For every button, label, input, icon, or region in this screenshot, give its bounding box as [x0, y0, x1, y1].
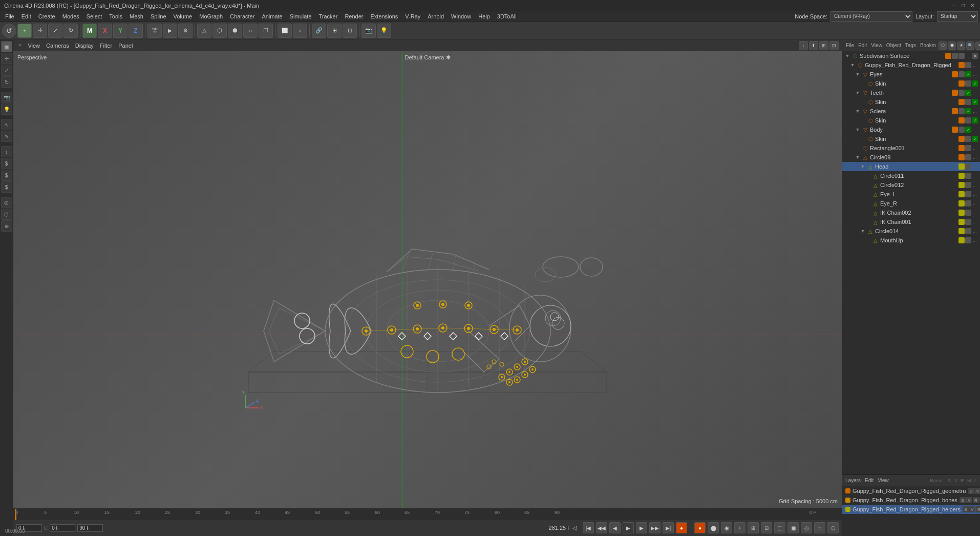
point-mode[interactable]: △: [197, 24, 211, 38]
layer-r[interactable]: R: [973, 497, 979, 503]
playback-mode6[interactable]: ⊡: [761, 522, 772, 533]
grid-snap[interactable]: ⊞: [327, 24, 342, 38]
menu-file[interactable]: File: [2, 12, 17, 20]
live-selection-button[interactable]: +: [17, 24, 32, 38]
viewport-icon4[interactable]: ⊡: [829, 41, 839, 50]
prev-keyframe-button[interactable]: ◀◀: [596, 522, 607, 533]
menu-arnold[interactable]: Arnold: [424, 12, 447, 20]
menu-create[interactable]: Create: [35, 12, 58, 20]
menu-tools[interactable]: Tools: [106, 12, 125, 20]
camera-tool[interactable]: 📷: [1, 92, 12, 103]
viewport-icon2[interactable]: ⬆: [809, 41, 818, 50]
om-view[interactable]: View: [869, 42, 884, 49]
tree-item-skin3[interactable]: ⬡ Skin ✓: [842, 116, 980, 125]
yaxis-btn[interactable]: Y: [113, 24, 127, 38]
light-btn[interactable]: 💡: [377, 24, 391, 38]
extra-tool1[interactable]: ◎: [1, 197, 12, 208]
tree-item-skin4[interactable]: ⬡ Skin ✓: [842, 134, 980, 143]
extra-tool2[interactable]: ⬡: [1, 209, 12, 220]
tree-item-sclera[interactable]: ▼ ▽ Sclera ✓ …: [842, 107, 980, 116]
viewport-icon1[interactable]: ↕: [799, 41, 808, 50]
go-start-button[interactable]: |◀: [583, 522, 594, 533]
render-view-button[interactable]: 🎬: [147, 24, 162, 38]
playback-mode9[interactable]: ◎: [801, 522, 812, 533]
menu-tracker[interactable]: Tracker: [316, 12, 341, 20]
object-mode[interactable]: ○: [243, 24, 258, 38]
viewport-cameras-menu[interactable]: Cameras: [44, 42, 71, 49]
viewport[interactable]: Perspective Default Camera ✱ Grid Spacin…: [13, 51, 842, 508]
maximize-button[interactable]: □: [960, 2, 967, 9]
layers-view-btn[interactable]: View: [878, 478, 889, 483]
menu-modes[interactable]: Modes: [59, 12, 82, 20]
menu-select[interactable]: Select: [83, 12, 105, 20]
menu-spline[interactable]: Spline: [147, 12, 169, 20]
playback-mode11[interactable]: ⬡: [827, 522, 839, 533]
tree-item-subdivision[interactable]: ▼ ⬡ Subdivision Surface … ✕: [842, 51, 980, 60]
menu-simulate[interactable]: Simulate: [287, 12, 315, 20]
floor2-tool[interactable]: $: [1, 170, 12, 181]
layer-v[interactable]: V: [966, 497, 972, 503]
tree-item-circle09[interactable]: ▼ △ Circle09 …: [842, 153, 980, 162]
coord-tool[interactable]: $: [1, 158, 12, 169]
layer-bones[interactable]: Guppy_Fish_Red_Dragon_Rigged_bones S V R…: [842, 496, 980, 505]
camera-icon-btn[interactable]: 📷: [361, 24, 376, 38]
playback-mode8[interactable]: ▣: [787, 522, 799, 533]
menu-window[interactable]: Window: [448, 12, 474, 20]
rotate-button[interactable]: ↻: [63, 24, 78, 38]
light-tool[interactable]: 💡: [1, 104, 12, 115]
menu-render[interactable]: Render: [342, 12, 366, 20]
layout-dropdown[interactable]: Startup: [937, 11, 978, 22]
nodespace-dropdown[interactable]: Current (V-Ray): [830, 11, 912, 22]
menu-vray[interactable]: V-Ray: [402, 12, 423, 20]
select-tool[interactable]: ▣: [1, 41, 12, 52]
floor-btn[interactable]: ⬜: [278, 24, 292, 38]
align-btn[interactable]: ⬦: [293, 24, 307, 38]
polygon-mode[interactable]: ⬢: [228, 24, 242, 38]
playback-mode7[interactable]: ⬚: [774, 522, 785, 533]
om-search[interactable]: 🔍: [966, 42, 974, 50]
tree-item-ik-chain001[interactable]: △ IK Chain001 …: [842, 217, 980, 226]
edge-mode[interactable]: ⬡: [212, 24, 227, 38]
om-icon1[interactable]: ⬡: [939, 42, 947, 50]
render-settings[interactable]: ⚙: [178, 24, 193, 38]
play-button[interactable]: ▶: [623, 522, 634, 533]
playback-mode2[interactable]: ⬤: [708, 522, 719, 533]
rotate-tool[interactable]: ↻: [1, 76, 12, 88]
xaxis-btn[interactable]: X: [98, 24, 112, 38]
viewport-filter-menu[interactable]: Filter: [98, 42, 114, 49]
tree-item-circle014[interactable]: ▼ △ Circle014 …: [842, 226, 980, 236]
minimize-button[interactable]: –: [950, 2, 957, 9]
om-bookm[interactable]: Bookm: [919, 42, 938, 49]
timeline-ruler[interactable]: 0 5 10 15 20 25 30 35 40 45 50 55 60 65 …: [13, 509, 842, 520]
tree-item-skin2[interactable]: ⬡ Skin ✓: [842, 97, 980, 107]
tree-item-eye-r[interactable]: △ Eye_R …: [842, 199, 980, 208]
paint-tool[interactable]: $: [1, 181, 12, 193]
layer-r[interactable]: R: [976, 506, 980, 512]
tree-item-teeth[interactable]: ▼ ▽ Teeth ✓ …: [842, 88, 980, 97]
tree-item-rectangle001[interactable]: ⬡ Rectangle001 …: [842, 143, 980, 153]
zaxis-btn[interactable]: Z: [129, 24, 143, 38]
menu-mograph[interactable]: MoGraph: [196, 12, 226, 20]
step-forward-button[interactable]: ▶: [636, 522, 647, 533]
layer-geometry[interactable]: Guppy_Fish_Red_Dragon_Rigged_geometru S …: [842, 486, 980, 496]
menu-character[interactable]: Character: [227, 12, 258, 20]
snap-btn[interactable]: 🔗: [312, 24, 326, 38]
move-button[interactable]: ✛: [33, 24, 47, 38]
viewport-icon3[interactable]: ⊞: [819, 41, 828, 50]
render-button[interactable]: ▶: [163, 24, 177, 38]
uvw-mode[interactable]: ☐: [259, 24, 273, 38]
menu-help[interactable]: Help: [475, 12, 493, 20]
om-edit[interactable]: Edit: [857, 42, 868, 49]
layers-btn[interactable]: Layers: [845, 478, 861, 483]
next-keyframe-button[interactable]: ▶▶: [649, 522, 661, 533]
layers-edit-btn[interactable]: Edit: [865, 478, 874, 483]
record-button[interactable]: ●: [676, 522, 687, 533]
close-button[interactable]: ✕: [969, 2, 976, 9]
end-frame-input[interactable]: [77, 524, 103, 532]
tree-item-guppy[interactable]: ▼ ⬡ Guppy_Fish_Red_Dragon_Rigged …: [842, 60, 980, 70]
menu-extensions[interactable]: Extensions: [367, 12, 401, 20]
menu-3dtoall[interactable]: 3DToAll: [494, 12, 520, 20]
current-frame-input[interactable]: [50, 524, 75, 532]
spline-tool[interactable]: ∿: [1, 119, 12, 130]
layer-v[interactable]: V: [974, 488, 980, 494]
